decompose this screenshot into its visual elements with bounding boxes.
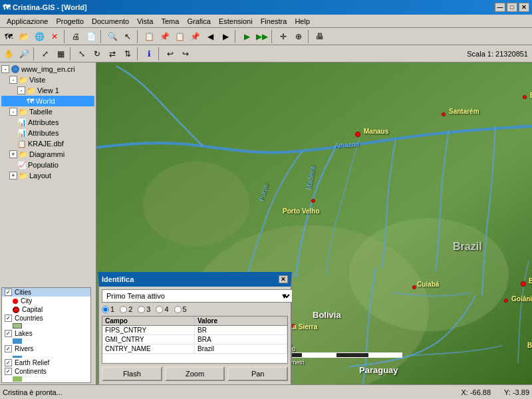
stop-btn[interactable]: ✕ (47, 29, 62, 44)
tree-root[interactable]: - www_img_en.cri (1, 64, 94, 74)
chk-modo-box[interactable] (194, 384, 201, 385)
legend-lakes-check[interactable] (5, 330, 12, 337)
minimize-button[interactable]: — (495, 3, 505, 12)
copy2-btn[interactable]: 📋 (172, 29, 187, 44)
legend-continents[interactable]: Continents (2, 367, 90, 376)
cross-btn[interactable]: ✛ (276, 29, 291, 44)
tree-viste[interactable]: - 📁 Viste (1, 74, 94, 85)
right-btn[interactable]: ▶ (218, 29, 233, 44)
undo-btn[interactable]: ↩ (163, 47, 178, 61)
radio-5[interactable]: 5 (174, 305, 187, 313)
legend-earthrelief-check[interactable] (5, 359, 12, 366)
tree-populatio[interactable]: 📈 Populatio (1, 160, 94, 170)
redo-btn[interactable]: ↪ (178, 47, 193, 61)
title-bar: 🗺 Cristina-GIS - [World] — □ ✕ (0, 0, 532, 15)
radio-1[interactable]: 1 (102, 305, 114, 313)
legend-countries[interactable]: Countries (2, 314, 90, 323)
tree-attributes1[interactable]: 📊 Attributes (1, 117, 94, 128)
menu-tema[interactable]: Tema (158, 17, 184, 26)
legend-countries-check[interactable] (5, 315, 12, 322)
pan-button[interactable]: Pan (227, 366, 288, 381)
menu-help[interactable]: Help (291, 17, 314, 26)
tree-expand-view1[interactable]: - (17, 86, 25, 94)
cursor-btn[interactable]: ↖ (120, 29, 135, 44)
chk-dimensione[interactable]: Dimensione automatica (102, 384, 188, 384)
tree-expand-viste[interactable]: - (9, 76, 17, 84)
select2-btn[interactable]: ▦ (53, 47, 68, 61)
sep-7 (33, 47, 36, 61)
paste-btn[interactable]: 📌 (157, 29, 172, 44)
legend-rivers[interactable]: Rivers (2, 344, 90, 353)
tree-kraje-label: KRAJE.dbf (28, 140, 64, 148)
identifica-close-button[interactable]: ✕ (279, 275, 288, 283)
open-btn[interactable]: 📂 (17, 29, 31, 44)
menu-documento[interactable]: Documento (88, 17, 133, 26)
identifica-title: Identifica (102, 275, 134, 283)
copy-btn[interactable]: 📋 (142, 29, 156, 44)
chk-modo[interactable]: Modo semplice (194, 384, 253, 384)
legend-continents-check[interactable] (5, 368, 12, 375)
left-btn[interactable]: ◀ (203, 29, 217, 44)
cross2-btn[interactable]: ⊕ (291, 29, 306, 44)
chk-dimensione-box[interactable] (102, 384, 109, 385)
tree-attributes2[interactable]: 📊 Attributes (1, 128, 94, 138)
tree-kraje[interactable]: 📋 KRAJE.dbf (1, 138, 94, 149)
new-btn[interactable]: 🗺 (1, 29, 16, 44)
legend-earthrelief[interactable]: Earth Relief (2, 358, 90, 367)
radio-4[interactable]: 4 (156, 305, 168, 313)
radio-3[interactable]: 3 (138, 305, 150, 313)
tree-expand-diagrammi[interactable]: + (9, 150, 17, 158)
menu-vista[interactable]: Vista (133, 17, 157, 26)
menu-estensioni[interactable]: Estensioni (215, 17, 257, 26)
tree-tabelle[interactable]: - 📁 Tabelle (1, 106, 94, 117)
title-bar-controls[interactable]: — □ ✕ (495, 3, 529, 12)
flip-btn[interactable]: ⇄ (105, 47, 120, 61)
menu-grafica[interactable]: Grafica (183, 17, 214, 26)
table-row-0: FIPS_CNTRY BR (102, 326, 287, 335)
tree-world[interactable]: 🗺 World (1, 96, 94, 106)
menu-finestra[interactable]: Finestra (257, 17, 291, 26)
dot-manaus (355, 132, 360, 137)
menu-progetto[interactable]: Progetto (52, 17, 88, 26)
rotate-btn[interactable]: ↻ (90, 47, 104, 61)
tree-diagrammi-label: Diagrammi (29, 150, 65, 158)
col-campo: Campo (102, 317, 195, 325)
lakes-symbol (13, 338, 22, 344)
hand-btn[interactable]: ✋ (1, 47, 16, 61)
print2-btn[interactable]: 📄 (84, 29, 98, 44)
primo-tema-select[interactable]: Primo Tema attivo (102, 289, 293, 303)
tree-expand-tabelle[interactable]: - (9, 108, 17, 116)
map-area[interactable]: Belém São Luís Santarém Manaus Porto Vel… (96, 63, 532, 384)
tree-view1[interactable]: - 📁 View 1 (1, 85, 94, 96)
tree-layout[interactable]: + 📁 Layout (1, 170, 94, 181)
legend-cities[interactable]: Cities (2, 288, 90, 297)
radio-2[interactable]: 2 (120, 305, 132, 313)
status-y-value: -3.89 (513, 388, 529, 396)
tree-expand-layout[interactable]: + (9, 172, 17, 180)
search-btn[interactable]: 🔍 (105, 29, 120, 44)
tree-world-label: World (36, 97, 55, 105)
legend-cities-check[interactable] (5, 289, 12, 296)
print-btn[interactable]: 🖨 (68, 29, 83, 44)
flip2-btn[interactable]: ⇅ (120, 47, 135, 61)
legend-rivers-check[interactable] (5, 345, 12, 352)
tree-expand-root[interactable]: - (1, 65, 9, 73)
paste2-btn[interactable]: 📌 (188, 29, 202, 44)
select-btn[interactable]: ⤢ (38, 47, 53, 61)
move-btn[interactable]: ⤡ (74, 47, 89, 61)
legend-lakes[interactable]: Lakes (2, 329, 90, 338)
sep-1 (64, 30, 66, 43)
maximize-button[interactable]: □ (507, 3, 517, 12)
zoom-button[interactable]: Zoom (165, 366, 225, 381)
globe-btn[interactable]: 🌐 (32, 29, 47, 44)
printer2-btn[interactable]: 🖶 (313, 29, 327, 44)
play-btn[interactable]: ▶ (239, 29, 254, 44)
info-btn[interactable]: ℹ (142, 47, 156, 61)
close-button[interactable]: ✕ (519, 3, 529, 12)
zoom-in-btn[interactable]: 🔎 (17, 47, 31, 61)
play2-btn[interactable]: ▶▶ (255, 29, 269, 44)
menu-applicazione[interactable]: Applicazione (3, 17, 52, 26)
flash-button[interactable]: Flash (102, 366, 162, 381)
tree-diagrammi[interactable]: + 📁 Diagrammi (1, 149, 94, 160)
table-row-1: GMI_CNTRY BRA (102, 335, 287, 344)
